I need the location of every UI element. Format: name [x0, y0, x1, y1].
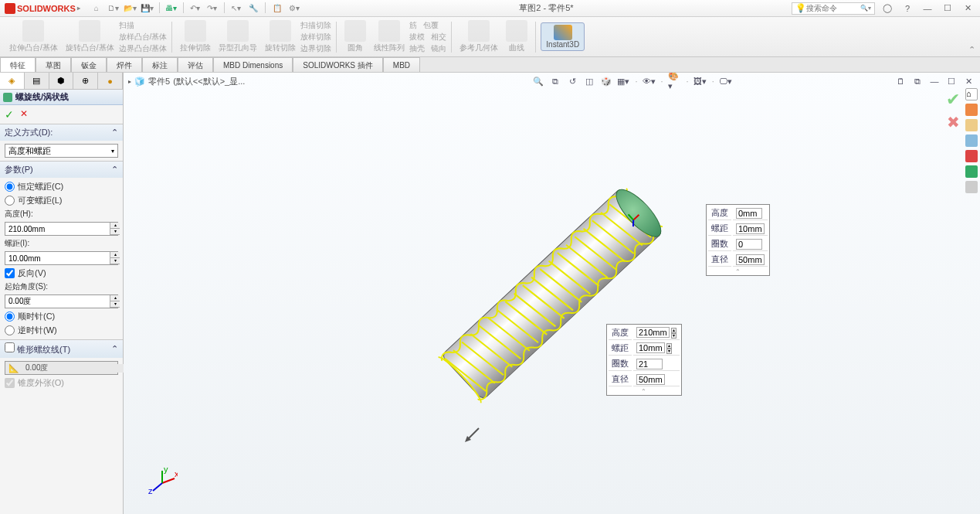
cancel-button[interactable]: ✕ [20, 108, 28, 121]
tab-evaluate[interactable]: 评估 [178, 57, 213, 72]
pm-tab-config[interactable]: ⬢ [49, 73, 74, 89]
previous-view-icon[interactable]: ↺ [565, 74, 579, 88]
logo-dropdown-icon[interactable]: ▸ [77, 5, 80, 12]
confirm-feature-icon[interactable]: ✔ [946, 90, 960, 110]
fillet-button[interactable]: 圆角 [341, 20, 369, 53]
taper-checkbox[interactable] [5, 342, 15, 352]
home-icon[interactable]: ⌂ [90, 2, 103, 15]
extrude-boss-button[interactable]: 拉伸凸台/基体 [6, 20, 61, 53]
collapse-icon[interactable]: ⌃ [111, 344, 118, 354]
curves-button[interactable]: 曲线 [503, 20, 531, 53]
vp-print-icon[interactable]: 🗒 [894, 74, 907, 88]
revolve-cut-button[interactable]: 旋转切除 [262, 20, 299, 53]
edit-appearance-icon[interactable]: 🎨▾ [668, 74, 682, 88]
tab-sheetmetal[interactable]: 钣金 [71, 57, 107, 72]
undo-icon[interactable]: ↶▾ [188, 2, 202, 15]
design-library-icon[interactable] [965, 119, 978, 131]
redo-icon[interactable]: ↷▾ [205, 2, 219, 15]
vp-minimize-icon[interactable]: — [927, 74, 941, 88]
intersect-button[interactable]: 相交 [431, 32, 446, 43]
graphics-viewport[interactable]: ▸ 🧊 零件5 (默认<<默认>_显... 🔍 ⧉ ↺ ◫ 🎲 ▦▾ · 👁▾ … [124, 73, 980, 514]
reverse-checkbox[interactable] [5, 268, 15, 278]
constant-pitch-radio[interactable] [5, 182, 15, 192]
pm-tab-properties[interactable]: ▤ [25, 73, 49, 89]
height-input[interactable]: ▴▾ [5, 222, 118, 236]
spin-down-icon[interactable]: ▾ [110, 258, 120, 264]
view-palette-icon[interactable] [965, 150, 978, 162]
tab-mbd-dim[interactable]: MBD Dimensions [213, 57, 293, 72]
callout-start[interactable]: 高度0mm 螺距10mm 圈数0 直径50mm ⌃ [706, 204, 770, 276]
definition-section-header[interactable]: 定义方式(D):⌃ [0, 124, 123, 141]
vp-maximize-icon[interactable]: ☐ [944, 74, 958, 88]
loft-cut-button[interactable]: 放样切除 [300, 32, 331, 43]
spin-up-icon[interactable]: ▴ [110, 223, 120, 229]
draft-button[interactable]: 拔模 [409, 32, 425, 43]
command-search[interactable]: 💡 🔍▾ [792, 2, 875, 15]
boundary-cut-button[interactable]: 边界切除 [300, 43, 331, 54]
maximize-button[interactable]: ☐ [940, 2, 955, 15]
instant3d-button[interactable]: Instant3D [541, 22, 585, 51]
pm-tab-feature[interactable]: ◈ [0, 73, 25, 89]
callout-end[interactable]: 高度210mm▴▾ 螺距10mm▴▾ 圈数21 直径50mm ⌃ [606, 324, 682, 396]
open-icon[interactable]: 📂▾ [124, 2, 137, 15]
spin-down-icon[interactable]: ▾ [110, 301, 120, 308]
view-settings-icon[interactable]: 🖵▾ [719, 74, 733, 88]
params-section-header[interactable]: 参数(P)⌃ [0, 162, 123, 178]
zoom-fit-icon[interactable]: 🔍 [531, 74, 545, 88]
tab-sketch[interactable]: 草图 [36, 57, 71, 72]
vp-tile-icon[interactable]: ⧉ [910, 74, 924, 88]
new-icon[interactable]: 🗋▾ [107, 2, 120, 15]
user-icon[interactable]: ◯ [880, 2, 895, 15]
tab-annotations[interactable]: 标注 [142, 57, 178, 72]
spin-up-icon[interactable]: ▴ [110, 252, 120, 258]
sweep-cut-button[interactable]: 扫描切除 [300, 20, 331, 31]
accept-button[interactable]: ✓ [5, 108, 14, 121]
definition-method-combo[interactable]: 高度和螺距▾ [5, 144, 118, 158]
spin-up-icon[interactable]: ▴ [110, 295, 120, 301]
variable-pitch-radio[interactable] [5, 196, 15, 206]
custom-props-icon[interactable] [965, 181, 978, 193]
direction-arrow-icon[interactable] [463, 424, 487, 448]
revolve-boss-button[interactable]: 旋转凸台/基体 [63, 20, 117, 53]
rebuild-icon[interactable]: 🔧 [246, 2, 260, 15]
rib-button[interactable]: 筋 [409, 20, 417, 31]
hole-wizard-button[interactable]: 异型孔向导 [215, 20, 260, 53]
ref-geometry-button[interactable]: 参考几何体 [456, 20, 501, 53]
file-explorer-icon[interactable] [965, 134, 978, 147]
ribbon-collapse-icon[interactable]: ⌃ [968, 45, 975, 55]
callout-collapse-icon[interactable]: ⌃ [707, 268, 769, 275]
apply-scene-icon[interactable]: 🖼▾ [693, 74, 707, 88]
breadcrumb[interactable]: ▸ 🧊 零件5 (默认<<默认>_显... [128, 76, 245, 87]
hide-show-icon[interactable]: 👁▾ [643, 74, 656, 88]
linear-pattern-button[interactable]: 线性阵列 [371, 20, 408, 53]
help-icon[interactable]: ? [900, 2, 915, 15]
boundary-boss-button[interactable]: 边界凸台/基体 [119, 43, 168, 54]
tab-mbd[interactable]: MBD [383, 57, 420, 72]
view-orientation-icon[interactable]: 🎲 [599, 74, 613, 88]
tab-features[interactable]: 特征 [0, 57, 36, 72]
pm-tab-display[interactable]: ● [98, 73, 123, 89]
collapse-icon[interactable]: ⌃ [111, 165, 118, 175]
spin-down-icon[interactable]: ▾ [110, 229, 120, 235]
settings-icon[interactable]: ⚙▾ [287, 2, 301, 15]
print-icon[interactable]: 🖶▾ [164, 2, 178, 15]
zoom-area-icon[interactable]: ⧉ [548, 74, 562, 88]
tab-weldments[interactable]: 焊件 [107, 57, 142, 72]
close-button[interactable]: ✕ [960, 2, 975, 15]
callout-collapse-icon[interactable]: ⌃ [607, 388, 681, 395]
home-pane-icon[interactable]: ⌂ [965, 88, 978, 100]
pitch-input[interactable]: ▴▾ [5, 251, 118, 265]
display-style-icon[interactable]: ▦▾ [616, 74, 630, 88]
vp-close-icon[interactable]: ✕ [961, 74, 975, 88]
minimize-button[interactable]: — [920, 2, 935, 15]
search-input[interactable] [806, 4, 860, 12]
resources-pane-icon[interactable] [965, 104, 978, 116]
select-icon[interactable]: ↖▾ [229, 2, 243, 15]
pm-tab-dimxpert[interactable]: ⊕ [73, 73, 98, 89]
search-dropdown-icon[interactable]: 🔍▾ [860, 5, 871, 12]
tab-addins[interactable]: SOLIDWORKS 插件 [293, 57, 383, 72]
options-icon[interactable]: 📋 [270, 2, 284, 15]
save-icon[interactable]: 💾▾ [141, 2, 154, 15]
breadcrumb-arrow-icon[interactable]: ▸ [128, 78, 131, 85]
shell-button[interactable]: 抽壳 [409, 43, 425, 54]
